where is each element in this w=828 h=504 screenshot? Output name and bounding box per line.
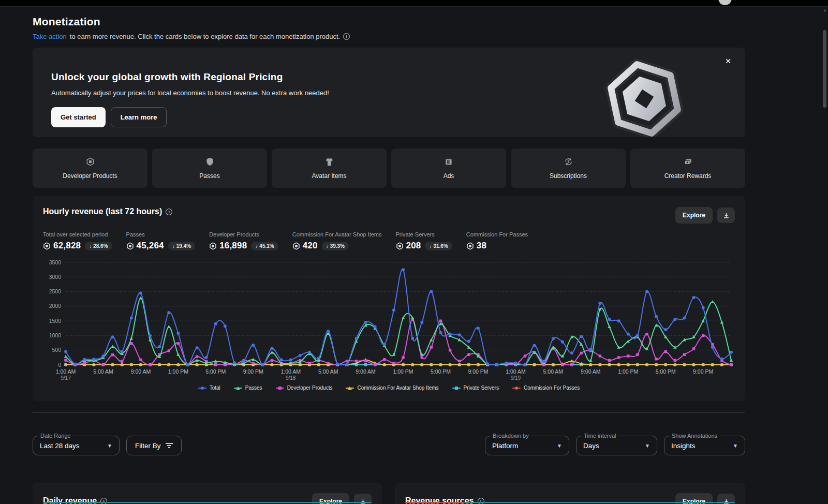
product-card-label: Avatar Items: [312, 172, 346, 180]
delta-badge: ↓45.1%: [251, 242, 278, 250]
info-icon[interactable]: i: [166, 209, 172, 215]
learn-more-button[interactable]: Learn more: [111, 107, 167, 127]
svg-text:1:00 PM: 1:00 PM: [393, 368, 413, 375]
svg-text:3000: 3000: [49, 274, 62, 280]
svg-text:9:00 PM: 9:00 PM: [243, 368, 263, 375]
svg-text:2000: 2000: [49, 303, 62, 309]
topbar: [0, 0, 828, 7]
svg-text:5:00 PM: 5:00 PM: [431, 368, 451, 375]
product-card-creator-rewards[interactable]: Creator Rewards: [630, 149, 745, 188]
stat-value: 208: [406, 241, 421, 251]
down-arrow-icon: ↓: [172, 243, 175, 249]
legend-item-passes[interactable]: Passes: [234, 385, 262, 391]
chart-preview-line: [405, 502, 735, 503]
legend-item-private-servers[interactable]: Private Servers: [452, 385, 499, 391]
download-button[interactable]: [717, 207, 735, 223]
show-annotations-select[interactable]: Show Annotations Insights ▼: [664, 436, 745, 455]
down-arrow-icon: ↓: [89, 243, 92, 249]
svg-text:$: $: [567, 160, 569, 164]
time-interval-select[interactable]: Time interval Days ▼: [576, 436, 657, 455]
stat-value: 420: [303, 241, 318, 251]
product-card-ads[interactable]: Ads: [391, 149, 506, 188]
delta-badge: ↓19.4%: [168, 242, 195, 250]
info-icon[interactable]: i: [100, 498, 107, 504]
scrollbar-thumb[interactable]: [823, 30, 826, 108]
robux-icon: [466, 242, 474, 250]
down-arrow-icon: ↓: [255, 243, 258, 249]
revenue-sources-card: Revenue sources i Explore: [395, 483, 745, 504]
page-subtitle: Take action to earn more revenue. Click …: [33, 33, 745, 40]
robux-icon: [292, 242, 300, 250]
product-card-passes[interactable]: Passes: [152, 149, 267, 188]
filters-row: Date Range Last 28 days ▼ Filter By Brea…: [33, 436, 745, 455]
date-range-select[interactable]: Date Range Last 28 days ▼: [33, 436, 120, 455]
hourly-revenue-chart[interactable]: 05001000150020002500300035001:00 AM9/175…: [43, 256, 735, 384]
robux-icon: [209, 242, 217, 250]
svg-text:3500: 3500: [49, 259, 62, 265]
download-icon: [723, 212, 730, 219]
product-card-avatar-items[interactable]: Avatar Items: [272, 149, 387, 188]
series-marker-icon: [512, 386, 521, 391]
chevron-down-icon: ▼: [631, 443, 650, 449]
product-card-developer-products[interactable]: Developer Products: [33, 149, 147, 188]
series-marker-icon: [452, 386, 461, 391]
svg-text:9:00 AM: 9:00 AM: [131, 368, 151, 375]
series-marker-icon: [198, 386, 206, 391]
info-icon[interactable]: i: [478, 498, 484, 504]
page-title: Monetization: [33, 7, 745, 28]
legend-item-commission-passes[interactable]: Commission For Passes: [512, 385, 580, 391]
svg-text:5:00 AM: 5:00 AM: [318, 368, 338, 375]
svg-text:1000: 1000: [49, 332, 62, 338]
svg-text:1:00 AM: 1:00 AM: [280, 368, 301, 375]
get-started-button[interactable]: Get started: [51, 107, 106, 127]
legend-item-total[interactable]: Total: [198, 385, 220, 391]
billboard-icon: [445, 157, 453, 167]
stat-private-servers: Private Servers 208 ↓31.6%: [396, 231, 452, 251]
series-marker-icon: [234, 386, 242, 391]
product-card-label: Creator Rewards: [664, 172, 712, 180]
daily-revenue-card: Daily revenue i Explore: [33, 483, 382, 504]
avatar[interactable]: [718, 0, 732, 5]
filter-by-button[interactable]: Filter By: [126, 436, 182, 455]
scrollbar-up-arrow-icon[interactable]: ▲: [823, 8, 827, 12]
product-card-subscriptions[interactable]: $ Subscriptions: [511, 149, 626, 188]
regional-pricing-banner: Unlock your global growth with Regional …: [33, 48, 745, 137]
svg-text:5:00 PM: 5:00 PM: [656, 368, 676, 375]
legend-item-developer-products[interactable]: Developer Products: [276, 385, 333, 391]
delta-badge: ↓28.6%: [85, 242, 112, 250]
robux-3d-logo: [600, 55, 688, 137]
product-card-label: Passes: [199, 172, 219, 180]
scrollbar[interactable]: ▲: [823, 8, 827, 502]
info-icon[interactable]: i: [343, 33, 350, 40]
svg-text:5:00 AM: 5:00 AM: [543, 368, 564, 375]
stat-commission-passes: Commission For Passes 38: [466, 231, 528, 251]
svg-text:1:00 AM: 1:00 AM: [506, 368, 526, 375]
stat-commission-avatar-shop: Commission For Avatar Shop Items 420 ↓39…: [292, 231, 382, 251]
explore-button[interactable]: Explore: [675, 207, 713, 224]
take-action-link[interactable]: Take action: [33, 33, 67, 40]
section-divider: [33, 412, 745, 413]
robux-icon: [43, 242, 51, 250]
banner-close-button[interactable]: ×: [722, 55, 734, 67]
chevron-down-icon: ▼: [94, 443, 112, 449]
main-content: Monetization Take action to earn more re…: [33, 7, 745, 504]
stat-developer-products: Developer Products 16,898 ↓45.1%: [209, 231, 278, 251]
shirt-icon: [325, 157, 334, 167]
svg-text:5:00 PM: 5:00 PM: [205, 368, 226, 375]
series-marker-icon: [276, 386, 284, 391]
renew-cycle-icon: $: [564, 157, 573, 167]
legend-item-commission-avatar-shop[interactable]: Commission For Avatar Shop Items: [346, 385, 438, 391]
svg-text:1:00 PM: 1:00 PM: [168, 368, 188, 375]
stat-value: 16,898: [219, 241, 247, 251]
svg-text:1:00 AM: 1:00 AM: [56, 368, 76, 375]
breakdown-by-select[interactable]: Breakdown by Platform ▼: [485, 436, 569, 455]
svg-text:9/17: 9/17: [61, 375, 71, 381]
stat-value: 62,828: [53, 241, 81, 251]
chevron-down-icon: ▼: [543, 443, 562, 449]
svg-text:9/19: 9/19: [511, 375, 521, 381]
close-icon: ×: [725, 55, 731, 66]
robux-icon: [396, 242, 404, 250]
product-card-label: Developer Products: [63, 172, 117, 180]
svg-text:500: 500: [52, 347, 61, 353]
svg-text:2500: 2500: [49, 288, 62, 294]
